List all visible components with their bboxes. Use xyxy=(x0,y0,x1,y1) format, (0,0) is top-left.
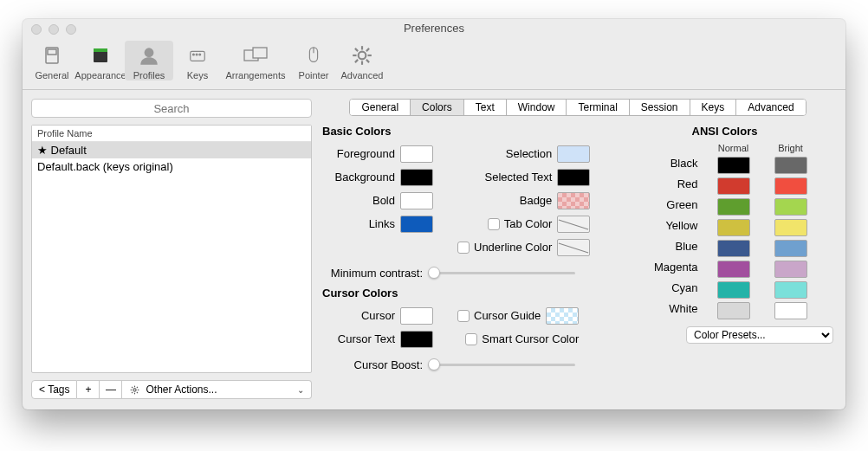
profile-actions: < Tags + — Other Actions... ⌄ xyxy=(31,380,312,399)
ansi-white-bright[interactable] xyxy=(774,302,807,319)
remove-profile-button[interactable]: — xyxy=(100,380,122,399)
cursor-colors-header: Cursor Colors xyxy=(322,287,612,300)
ansi-black-bright[interactable] xyxy=(774,157,807,174)
basic-colors-header: Basic Colors xyxy=(322,125,612,138)
svg-line-21 xyxy=(366,48,369,51)
tab-text[interactable]: Text xyxy=(464,100,507,115)
foreground-swatch[interactable] xyxy=(400,145,433,163)
tab-advanced[interactable]: Advanced xyxy=(736,100,805,115)
svg-point-7 xyxy=(196,54,198,55)
ansi-white-normal[interactable] xyxy=(717,302,750,319)
underline-color-swatch[interactable] xyxy=(557,239,590,256)
links-swatch[interactable] xyxy=(400,216,433,233)
badge-swatch[interactable] xyxy=(557,192,590,209)
ansi-black-normal[interactable] xyxy=(717,157,750,174)
svg-point-13 xyxy=(359,52,366,60)
svg-line-29 xyxy=(132,391,133,392)
cursor-guide-swatch[interactable] xyxy=(546,307,579,325)
profile-list-header: Profile Name xyxy=(32,126,311,142)
appearance-icon xyxy=(87,42,113,68)
general-icon xyxy=(39,42,65,68)
ansi-blue-bright[interactable] xyxy=(774,240,807,257)
toolbar-profiles[interactable]: Profiles xyxy=(125,41,173,81)
min-contrast-slider[interactable] xyxy=(428,266,575,280)
svg-line-27 xyxy=(132,386,133,387)
tab-keys[interactable]: Keys xyxy=(690,100,737,115)
left-panel: Profile Name ★ Default Default.back (key… xyxy=(31,99,312,399)
ansi-blue-normal[interactable] xyxy=(717,240,750,257)
tab-color-swatch[interactable] xyxy=(557,216,590,233)
bold-swatch[interactable] xyxy=(400,192,433,209)
tab-terminal[interactable]: Terminal xyxy=(567,100,629,115)
tab-color-checkbox[interactable] xyxy=(488,218,500,230)
cursor-swatch[interactable] xyxy=(400,307,433,325)
tab-colors[interactable]: Colors xyxy=(411,100,464,115)
underline-color-checkbox[interactable] xyxy=(457,242,470,254)
other-actions-label: Other Actions... xyxy=(146,383,217,396)
tags-button[interactable]: < Tags xyxy=(31,380,77,399)
pointer-icon xyxy=(301,42,327,68)
ansi-green-normal[interactable] xyxy=(717,198,750,216)
toolbar-arrangements[interactable]: Arrangements xyxy=(222,41,289,81)
profile-tabs: General Colors Text Window Terminal Sess… xyxy=(349,99,806,116)
tab-session[interactable]: Session xyxy=(630,100,690,115)
arrangements-icon xyxy=(243,42,269,68)
cursor-boost-slider[interactable] xyxy=(428,358,575,371)
gear-icon xyxy=(129,384,140,396)
color-presets-select[interactable]: Color Presets... xyxy=(686,326,833,344)
advanced-icon xyxy=(349,42,375,68)
svg-rect-1 xyxy=(48,49,56,55)
ansi-grid: NormalBright Black Red Green Yellow Blue… xyxy=(616,143,833,319)
ansi-red-bright[interactable] xyxy=(774,177,807,195)
preferences-window: Preferences General Appearance Profiles … xyxy=(23,19,845,409)
search-input[interactable] xyxy=(31,99,312,118)
svg-rect-3 xyxy=(94,48,107,52)
selection-swatch[interactable] xyxy=(557,145,590,163)
profile-row[interactable]: ★ Default xyxy=(32,142,311,158)
toolbar: General Appearance Profiles Keys Arrange… xyxy=(23,38,845,90)
search-field[interactable] xyxy=(31,99,312,118)
cursor-text-swatch[interactable] xyxy=(400,331,433,348)
tab-general[interactable]: General xyxy=(350,100,411,115)
profile-row[interactable]: Default.back (keys original) xyxy=(32,158,311,175)
window-controls xyxy=(31,24,76,35)
window-title: Preferences xyxy=(23,19,845,38)
colors-pane: Basic Colors Foreground Background Bold … xyxy=(319,116,837,399)
cursor-guide-checkbox[interactable] xyxy=(457,310,470,322)
add-profile-button[interactable]: + xyxy=(77,380,100,399)
profiles-icon xyxy=(136,42,162,68)
ansi-magenta-normal[interactable] xyxy=(717,261,750,278)
toolbar-appearance[interactable]: Appearance xyxy=(76,41,125,81)
ansi-cyan-bright[interactable] xyxy=(774,281,807,299)
toolbar-keys[interactable]: Keys xyxy=(173,41,222,81)
smart-cursor-checkbox[interactable] xyxy=(465,333,477,345)
ansi-magenta-bright[interactable] xyxy=(774,261,807,278)
toolbar-general[interactable]: General xyxy=(28,41,76,81)
zoom-window-icon[interactable] xyxy=(66,24,76,35)
other-actions-button[interactable]: Other Actions... ⌄ xyxy=(122,380,312,399)
svg-point-6 xyxy=(193,54,195,55)
svg-line-28 xyxy=(137,391,138,392)
svg-line-18 xyxy=(355,48,358,51)
minimize-window-icon[interactable] xyxy=(49,24,59,35)
svg-line-19 xyxy=(366,60,369,62)
svg-point-22 xyxy=(133,388,136,390)
ansi-green-bright[interactable] xyxy=(774,198,807,216)
keys-icon xyxy=(185,42,211,68)
profile-list: Profile Name ★ Default Default.back (key… xyxy=(31,125,312,373)
svg-point-4 xyxy=(145,48,154,57)
svg-line-30 xyxy=(137,386,138,387)
titlebar: Preferences xyxy=(23,19,845,38)
svg-rect-5 xyxy=(191,51,205,61)
chevron-down-icon: ⌄ xyxy=(297,385,304,395)
ansi-yellow-normal[interactable] xyxy=(717,219,750,236)
ansi-cyan-normal[interactable] xyxy=(717,281,750,299)
toolbar-pointer[interactable]: Pointer xyxy=(289,41,338,81)
close-window-icon[interactable] xyxy=(31,24,42,35)
tab-window[interactable]: Window xyxy=(507,100,567,115)
background-swatch[interactable] xyxy=(400,169,433,186)
ansi-red-normal[interactable] xyxy=(717,177,750,195)
ansi-yellow-bright[interactable] xyxy=(774,219,807,236)
toolbar-advanced[interactable]: Advanced xyxy=(338,41,386,81)
selected-text-swatch[interactable] xyxy=(557,169,590,186)
